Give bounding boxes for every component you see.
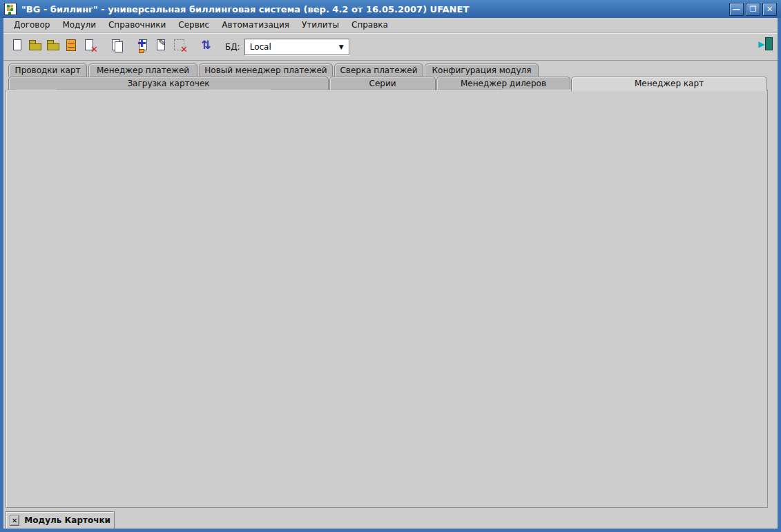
tab-row1-0[interactable]: Проводки карт: [8, 63, 87, 77]
app-icon: [4, 3, 17, 15]
edit-item-icon[interactable]: ✎: [153, 36, 171, 55]
dot-shape: [139, 49, 144, 53]
import-folder-icon[interactable]: [45, 36, 63, 55]
door-icon: [765, 37, 773, 50]
menu-item[interactable]: Утилиты: [296, 18, 345, 32]
refresh-shape: ⇅: [201, 38, 211, 52]
close-button[interactable]: ✕: [762, 3, 777, 16]
toolbar-icons: ✚✎⇅: [9, 36, 215, 58]
minimize-button[interactable]: —: [729, 3, 744, 16]
copy-document-icon[interactable]: [108, 36, 126, 55]
menu-bar: ДоговорМодулиСправочникиСервисАвтоматиза…: [3, 18, 778, 32]
card-manager-panel: [6, 90, 768, 508]
tab-row1-1[interactable]: Менеджер платежей: [88, 63, 197, 77]
application-window: "BG - биллинг" - универсальная биллингов…: [0, 0, 781, 532]
page-shape: [13, 39, 21, 50]
refresh-icon[interactable]: ⇅: [197, 36, 215, 55]
menu-item[interactable]: Сервис: [172, 18, 215, 32]
module-bottom-tab-label: Модуль Карточки: [24, 515, 110, 525]
close-module-icon[interactable]: ✕: [10, 515, 19, 526]
menu-item[interactable]: Автоматизация: [215, 18, 296, 32]
tab-row2-0[interactable]: Загрузка карточек: [8, 77, 329, 90]
toolbar: ✚✎⇅ БД: Local ▼: [3, 33, 778, 61]
page-shape: [85, 39, 93, 50]
tab-row1-3[interactable]: Сверка платежей: [334, 63, 423, 77]
db-select[interactable]: Local ▼: [244, 39, 349, 55]
open-folder-icon[interactable]: [27, 36, 45, 55]
archive-icon[interactable]: [63, 36, 81, 55]
pencil-shape: ✎: [158, 37, 166, 48]
add-item-icon[interactable]: ✚: [135, 36, 153, 55]
title-bar[interactable]: "BG - биллинг" - универсальная биллингов…: [0, 0, 781, 18]
db-select-value: Local: [250, 42, 271, 52]
tab-row1-2[interactable]: Новый менеджер платежей: [199, 63, 333, 77]
menu-item[interactable]: Справка: [345, 18, 394, 32]
dashed-shape: [174, 39, 184, 50]
remove-item-icon[interactable]: [171, 36, 189, 55]
folder-shape: [29, 43, 41, 50]
arrow-right-icon: ▶: [758, 39, 764, 49]
folder-shape: [47, 43, 59, 50]
tab-row2-1[interactable]: Серии: [329, 77, 436, 90]
tab-row2-3[interactable]: Менеджер карт: [571, 77, 767, 91]
new-document-icon[interactable]: [9, 36, 27, 55]
archive-shape: [66, 39, 76, 51]
window-controls: — ❐ ✕: [729, 3, 777, 16]
chevron-down-icon: ▼: [339, 43, 344, 50]
maximize-button[interactable]: ❐: [746, 3, 760, 16]
plus-shape: ✚: [137, 37, 146, 50]
tab-row2-2[interactable]: Менеджер дилеров: [436, 77, 570, 90]
menu-item[interactable]: Договор: [8, 18, 56, 32]
window-title: "BG - биллинг" - универсальная биллингов…: [21, 4, 469, 14]
exit-icon[interactable]: ▶: [758, 35, 774, 53]
tab-row1-4[interactable]: Конфигурация модуля: [425, 63, 539, 77]
delete-document-icon[interactable]: [81, 36, 99, 55]
module-tab-row-bottom: Загрузка карточекСерииМенеджер дилеровМе…: [8, 77, 767, 91]
menu-item[interactable]: Справочники: [102, 18, 172, 32]
menu-item[interactable]: Модули: [56, 18, 102, 32]
db-label: БД:: [225, 42, 240, 52]
page-shape: [115, 41, 123, 52]
module-bottom-tab[interactable]: ✕ Модуль Карточки: [6, 511, 115, 529]
module-tab-row-top: Проводки картМенеджер платежейНовый мене…: [8, 63, 539, 77]
